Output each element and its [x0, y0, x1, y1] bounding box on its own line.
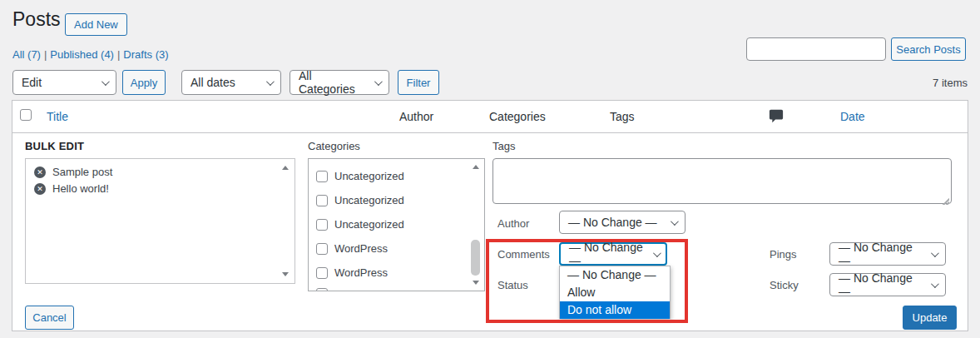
category-label: Uncategorized: [334, 170, 404, 182]
dates-filter-select[interactable]: All dates: [181, 70, 281, 95]
post-status-filters: All (7)|Published (4)|Drafts (3): [12, 48, 169, 61]
apply-button[interactable]: Apply: [122, 70, 166, 95]
filter-separator: |: [44, 48, 47, 61]
category-checkbox[interactable]: [316, 288, 328, 291]
category-label: Uncategorized: [334, 218, 404, 231]
page-background-strip: [0, 331, 980, 338]
bulk-edit-posts-list: Sample post Hello world!: [25, 158, 295, 284]
items-count: 7 items: [933, 77, 968, 89]
remove-post-icon[interactable]: [34, 167, 46, 178]
author-select[interactable]: — No Change —: [559, 211, 686, 234]
category-label: WordPress: [334, 266, 388, 279]
sticky-select[interactable]: — No Change —: [829, 273, 946, 296]
category-checkbox[interactable]: [316, 243, 328, 255]
scroll-up-icon[interactable]: [473, 165, 479, 169]
update-button[interactable]: Update: [903, 306, 957, 330]
bulk-edit-categories-list: Uncategorized Uncategorized Uncategorize…: [308, 158, 485, 291]
category-label: WordPress: [334, 242, 388, 255]
comments-select[interactable]: — No Change —: [559, 242, 667, 266]
list-item: Hello world!: [34, 182, 109, 195]
category-option: Uncategorized: [316, 194, 404, 206]
list-item: Sample post: [34, 166, 112, 178]
chevron-down-icon: [266, 77, 275, 86]
page-title: Posts: [12, 8, 61, 31]
post-title: Sample post: [52, 166, 112, 178]
scroll-down-icon[interactable]: [473, 281, 479, 285]
column-header-categories: Categories: [489, 110, 546, 123]
resize-grip-icon[interactable]: [941, 196, 949, 205]
bulk-edit-legend: BULK EDIT: [25, 140, 84, 152]
search-posts-button[interactable]: Search Posts: [891, 37, 966, 61]
categories-filter-select[interactable]: All Categories: [290, 70, 389, 95]
filter-link-drafts[interactable]: Drafts (3): [123, 48, 168, 61]
chevron-down-icon: [101, 77, 110, 86]
author-field-label: Author: [497, 217, 529, 230]
filter-separator: |: [117, 48, 120, 61]
comments-select-value: — No Change —: [569, 241, 646, 267]
filter-button[interactable]: Filter: [398, 70, 439, 95]
bulk-action-select[interactable]: Edit: [12, 70, 116, 95]
chevron-down-icon: [374, 77, 383, 86]
dropdown-option-allow[interactable]: Allow: [560, 284, 670, 301]
pings-select[interactable]: — No Change —: [829, 242, 946, 266]
add-new-button[interactable]: Add New: [65, 13, 127, 36]
sticky-select-value: — No Change —: [839, 271, 924, 298]
category-option: WordPress: [316, 266, 388, 279]
select-all-checkbox[interactable]: [20, 109, 32, 121]
dates-filter-value: All dates: [191, 76, 235, 89]
column-header-date[interactable]: Date: [840, 110, 865, 123]
comments-icon: [769, 108, 784, 123]
filter-link-published[interactable]: Published (4): [50, 48, 114, 61]
bulk-edit-categories-label: Categories: [308, 140, 360, 152]
column-header-tags: Tags: [610, 110, 635, 123]
filter-link-all[interactable]: All (7): [12, 48, 41, 61]
column-header-author: Author: [399, 110, 433, 123]
cancel-button[interactable]: Cancel: [25, 306, 74, 330]
pings-field-label: Pings: [770, 248, 797, 261]
remove-post-icon[interactable]: [34, 183, 46, 195]
category-option: Uncategorized: [316, 218, 404, 231]
status-field-label: Status: [497, 279, 528, 291]
sticky-field-label: Sticky: [770, 279, 799, 291]
category-checkbox[interactable]: [316, 219, 328, 231]
dropdown-option-do-not-allow[interactable]: Do not allow: [560, 301, 670, 319]
scroll-up-icon[interactable]: [282, 166, 289, 170]
dropdown-option-no-change[interactable]: — No Change —: [560, 266, 670, 284]
comments-field-label: Comments: [497, 248, 550, 261]
post-title: Hello world!: [52, 182, 109, 195]
bulk-edit-tags-label: Tags: [492, 140, 515, 152]
chevron-down-icon: [671, 217, 679, 226]
category-checkbox[interactable]: [316, 195, 328, 206]
scrollbar-thumb[interactable]: [471, 240, 480, 276]
category-checkbox[interactable]: [316, 171, 328, 182]
category-option: WordPress: [316, 242, 388, 255]
author-select-value: — No Change —: [568, 216, 657, 229]
chevron-down-icon: [931, 249, 939, 257]
category-option: Uncategorized: [316, 170, 404, 182]
scroll-down-icon[interactable]: [282, 272, 289, 276]
categories-filter-value: All Categories: [299, 69, 368, 96]
category-option-clipped: [316, 288, 334, 291]
comments-dropdown-menu: — No Change — Allow Do not allow: [559, 266, 671, 319]
chevron-down-icon: [653, 249, 661, 257]
tags-textarea[interactable]: [492, 158, 952, 204]
search-input[interactable]: [746, 37, 886, 61]
chevron-down-icon: [931, 280, 939, 288]
bulk-action-value: Edit: [22, 76, 42, 89]
column-header-title[interactable]: Title: [47, 110, 68, 123]
pings-select-value: — No Change —: [839, 241, 924, 267]
category-label: Uncategorized: [334, 194, 404, 206]
category-checkbox[interactable]: [316, 267, 328, 279]
